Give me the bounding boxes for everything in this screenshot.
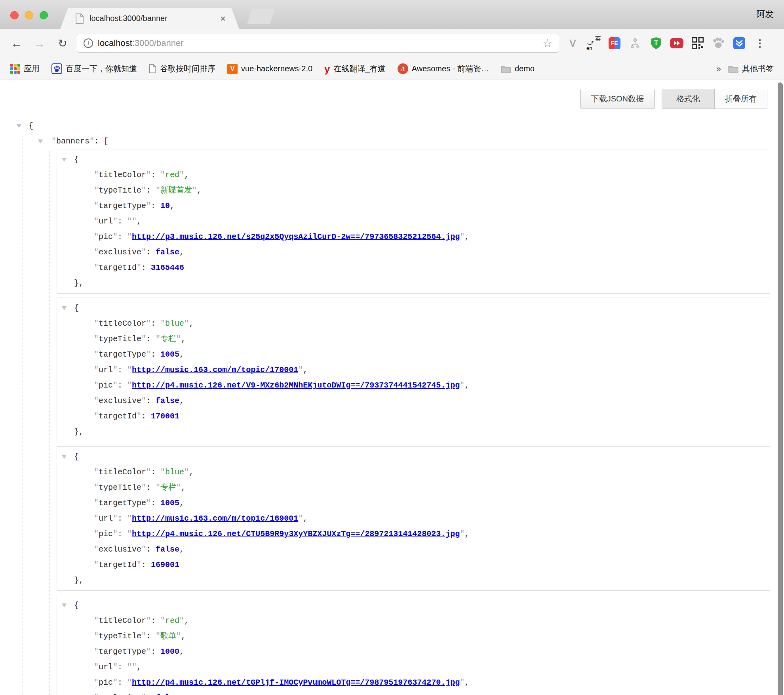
json-token: " — [156, 334, 160, 344]
json-token: : — [146, 186, 156, 195]
json-token: " — [460, 678, 464, 687]
json-token: " — [94, 412, 99, 421]
tampermonkey-shield-extension-icon[interactable]: T — [649, 36, 663, 50]
json-row: "exclusive": false, — [57, 690, 770, 695]
json-token: : — [118, 514, 127, 523]
json-key: targetId — [99, 560, 137, 569]
json-token: }, — [74, 576, 84, 585]
json-key: url — [99, 663, 113, 672]
collapse-triangle-icon[interactable] — [62, 158, 67, 162]
json-token: " — [460, 529, 464, 538]
bookmark-star-icon[interactable]: ☆ — [542, 37, 552, 50]
browser-toolbar: ← → ↻ i localhost :3000/banner ☆ V 英 en … — [0, 29, 784, 58]
json-token: " — [113, 529, 118, 538]
collapse-all-button[interactable]: 折叠所有 — [715, 89, 767, 109]
sitemap-extension-icon[interactable] — [628, 36, 642, 50]
vue-devtools-extension-icon[interactable]: V — [566, 36, 580, 50]
json-token: : — [118, 678, 127, 687]
qr-code-extension-icon[interactable] — [691, 36, 705, 50]
bookmark-youdao[interactable]: y 在线翻译_有道 — [324, 63, 386, 74]
json-key: pic — [99, 678, 113, 687]
json-value-string: 歌单 — [160, 632, 176, 641]
page-info-icon[interactable]: i — [84, 38, 93, 48]
json-value-link[interactable]: http://p4.music.126.net/tGPljf-IMOCyPvum… — [132, 678, 460, 687]
minimize-window-button[interactable] — [25, 11, 33, 19]
json-key: titleColor — [99, 468, 146, 477]
translate-extension-icon[interactable]: 英 en ⤻ — [586, 36, 601, 50]
fe-extension-icon[interactable]: FE — [607, 36, 622, 50]
bookmarks-overflow-icon[interactable]: » — [716, 64, 721, 74]
collapse-triangle-icon[interactable] — [62, 306, 67, 310]
json-token: : — [146, 248, 156, 257]
json-token: { — [74, 601, 79, 610]
bookmark-google-sort[interactable]: 谷歌按时间排序 — [149, 63, 215, 74]
json-value-link[interactable]: http://p4.music.126.net/V9-MXz6b2MNhEKju… — [132, 381, 460, 390]
browser-menu-icon[interactable]: ⋮ — [753, 36, 767, 50]
json-row: "pic": "http://p3.music.126.net/s25q2x5Q… — [57, 229, 770, 244]
video-downloader-extension-icon[interactable] — [670, 36, 684, 50]
json-token: : — [141, 412, 151, 421]
json-row: "typeTitle": "专栏", — [57, 480, 770, 495]
forward-icon[interactable]: → — [33, 36, 46, 50]
bookmark-apps[interactable]: 应用 — [10, 63, 40, 74]
json-token: : — [151, 498, 160, 508]
download-json-button[interactable]: 下载JSON数据 — [580, 89, 655, 109]
json-token: " — [137, 412, 141, 421]
json-objects: {"titleColor": "red","typeTitle": "新碟首发"… — [57, 149, 770, 695]
json-token: " — [137, 560, 141, 569]
vertical-scrollbar[interactable] — [778, 82, 783, 695]
tab-close-icon[interactable]: × — [220, 14, 226, 23]
json-key: targetType — [99, 498, 146, 508]
json-token: " — [146, 170, 151, 179]
json-token: : — [146, 693, 156, 695]
json-token: " — [184, 468, 189, 477]
paw-extension-icon[interactable] — [711, 36, 725, 50]
json-token: " — [141, 248, 146, 257]
json-value-number: 3165446 — [151, 263, 184, 272]
json-token: , — [170, 201, 175, 210]
json-row: "targetType": 1005, — [57, 347, 770, 362]
json-object-close-row: }, — [57, 424, 770, 439]
json-value-link[interactable]: http://music.163.com/m/topic/169001 — [132, 514, 298, 523]
json-value-link[interactable]: http://p4.music.126.net/CTU5B9R9y3XyYBZX… — [132, 529, 460, 538]
json-value-link[interactable]: http://p3.music.126.net/s25q2x5QyqsAzilC… — [132, 232, 460, 241]
fullscreen-window-button[interactable] — [40, 11, 48, 19]
profile-name[interactable]: 阿发 — [756, 0, 774, 29]
browser-tab[interactable]: localhost:3000/banner × — [60, 8, 239, 29]
bookmark-baidu[interactable]: 百度一下，你就知道 — [51, 63, 137, 74]
json-object-3: {"titleColor": "red","typeTitle": "歌单","… — [57, 595, 770, 695]
other-bookmarks-folder[interactable]: 其他书签 — [728, 63, 774, 74]
thunder-download-extension-icon[interactable] — [732, 36, 746, 50]
collapse-triangle-icon[interactable] — [38, 139, 43, 143]
json-token: " — [160, 468, 165, 477]
collapse-triangle-icon[interactable] — [62, 455, 67, 459]
json-token: " — [132, 663, 137, 672]
collapse-triangle-icon[interactable] — [62, 603, 67, 607]
json-token: " — [146, 616, 151, 625]
bookmark-demo-folder[interactable]: demo — [501, 64, 535, 73]
format-button[interactable]: 格式化 — [662, 89, 715, 109]
json-key: exclusive — [99, 396, 141, 405]
json-value-number: 10 — [160, 201, 170, 210]
json-object-0: {"titleColor": "red","typeTitle": "新碟首发"… — [57, 149, 770, 294]
json-value-string: red — [165, 170, 179, 179]
bookmarks-right-group: » 其他书签 — [716, 63, 774, 74]
json-token: " — [94, 545, 99, 554]
close-window-button[interactable] — [10, 11, 19, 19]
bookmark-label: 谷歌按时间排序 — [160, 63, 215, 74]
json-token: " — [460, 232, 464, 241]
new-tab-button[interactable] — [247, 9, 275, 24]
bookmark-vue-hackernews[interactable]: V vue-hackernews-2.0 — [227, 64, 312, 74]
reload-icon[interactable]: ↻ — [56, 37, 69, 50]
bookmark-awesomes[interactable]: A Awesomes - 前端资… — [398, 63, 489, 74]
json-token: : — [146, 334, 156, 344]
bookmark-label: 百度一下，你就知道 — [66, 63, 137, 74]
collapse-triangle-icon[interactable] — [17, 124, 21, 128]
json-token: " — [132, 217, 137, 226]
json-token: : — [141, 263, 151, 272]
json-key: pic — [99, 232, 113, 241]
back-icon[interactable]: ← — [10, 36, 23, 50]
json-token: " — [94, 263, 99, 272]
json-value-link[interactable]: http://music.163.com/m/topic/170001 — [132, 365, 298, 374]
address-bar[interactable]: i localhost :3000/banner ☆ — [77, 34, 559, 53]
